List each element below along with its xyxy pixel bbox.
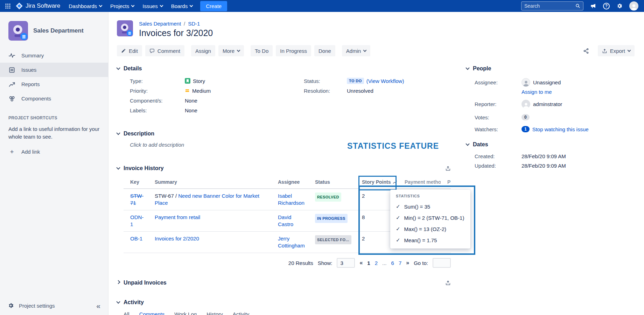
activity-tabs: All Comments Work Log History Activity — [124, 311, 451, 315]
export-panel-icon[interactable] — [445, 280, 451, 286]
reporter-avatar — [522, 100, 530, 108]
menu-issues[interactable]: Issues — [138, 0, 167, 12]
share-icon — [583, 48, 589, 54]
inprogress-transition-button[interactable]: In Progress — [276, 45, 311, 56]
edit-button[interactable]: Edit — [117, 45, 142, 56]
todo-transition-button[interactable]: To Do — [251, 45, 273, 56]
issue-key-link[interactable]: ODN-1 — [130, 214, 144, 227]
menu-boards[interactable]: Boards — [167, 0, 197, 12]
description-title: Description — [124, 131, 154, 137]
breadcrumb-issue-link[interactable]: SD-1 — [188, 21, 200, 27]
issue-key-link[interactable]: STW-71 — [130, 193, 144, 206]
view-workflow-link[interactable]: (View Workflow) — [366, 78, 404, 84]
status-lozenge: RESOLVED — [315, 192, 341, 202]
add-link-button[interactable]: + Add link — [8, 148, 100, 155]
goto-page-input[interactable] — [433, 258, 451, 268]
updated-label: Updated: — [466, 163, 522, 169]
column-header-summary: Summary — [148, 176, 271, 189]
column-header-status: Status — [308, 176, 355, 189]
chart-icon — [8, 81, 15, 88]
summary-link[interactable]: Invoices for 2/2020 — [155, 236, 199, 241]
create-button[interactable]: Create — [200, 1, 227, 11]
collapse-chevron-icon[interactable] — [116, 131, 120, 135]
search-box[interactable] — [521, 1, 583, 10]
tab-work-log[interactable]: Work Log — [174, 311, 197, 315]
assignee-link[interactable]: David Castro — [278, 214, 293, 227]
user-avatar[interactable] — [629, 1, 638, 10]
type-label: Type: — [130, 78, 185, 84]
share-button[interactable] — [581, 45, 591, 56]
collapse-chevron-icon[interactable] — [116, 66, 120, 70]
issue-toolbar: Edit Comment Assign More To Do In Progre… — [117, 45, 635, 56]
comment-bubble-icon — [149, 48, 155, 54]
reporter-label: Reporter: — [466, 101, 522, 107]
assignee-link[interactable]: Isabel Richardson — [278, 193, 304, 206]
tab-comments[interactable]: Comments — [139, 311, 165, 315]
page-6[interactable]: 6 — [391, 260, 394, 266]
sidebar-item-issues[interactable]: Issues — [0, 63, 108, 77]
page-2[interactable]: 2 — [375, 260, 378, 266]
issue-avatar — [117, 20, 133, 36]
gear-icon[interactable] — [616, 3, 623, 9]
people-title: People — [473, 65, 491, 72]
first-page-button[interactable]: « — [359, 260, 363, 266]
collapse-chevron-icon[interactable] — [465, 142, 469, 146]
comment-button[interactable]: Comment — [145, 45, 184, 56]
statistics-option-max[interactable]: ✓Max() = 13 (OZ-2) — [390, 223, 470, 234]
sidebar-item-label: Components — [21, 96, 51, 102]
watchers-badge[interactable]: 1 — [522, 126, 530, 132]
add-link-label: Add link — [21, 149, 40, 155]
tab-activity[interactable]: Activity — [233, 311, 250, 315]
admin-button[interactable]: Admin — [342, 45, 371, 56]
export-panel-icon[interactable] — [445, 166, 451, 171]
summary-prefix: STW-67 / — [155, 193, 178, 199]
menu-dashboards[interactable]: Dashboards — [64, 0, 106, 12]
breadcrumb-project-link[interactable]: Sales Department — [139, 21, 181, 27]
done-transition-button[interactable]: Done — [314, 45, 335, 56]
chevron-down-icon — [628, 48, 631, 52]
description-placeholder[interactable]: Click to add description — [130, 142, 451, 148]
show-count-input[interactable] — [337, 258, 355, 268]
assign-button[interactable]: Assign — [191, 45, 215, 56]
story-type-icon — [185, 78, 190, 84]
votes-badge[interactable]: 0 — [522, 114, 530, 120]
tab-history[interactable]: History — [206, 311, 223, 315]
collapse-chevron-icon[interactable] — [116, 300, 120, 303]
statistics-option-mean[interactable]: ✓Mean() = 1.75 — [390, 234, 470, 246]
feedback-megaphone-icon[interactable] — [590, 3, 596, 9]
sidebar-collapse-button[interactable]: « — [96, 302, 100, 309]
stop-watching-link[interactable]: Stop watching this issue — [532, 126, 589, 132]
assignee-link[interactable]: Jerry Cottingham — [278, 236, 305, 248]
collapse-chevron-icon[interactable] — [465, 66, 469, 70]
more-button[interactable]: More — [218, 45, 244, 56]
description-section: Description Click to add description — [117, 131, 451, 148]
summary-link[interactable]: Payment from retail — [155, 214, 200, 220]
collapse-chevron-icon[interactable] — [116, 166, 120, 169]
statistics-option-sum[interactable]: ✓Sum() = 35 — [390, 201, 470, 212]
sidebar-item-components[interactable]: Components — [0, 91, 108, 106]
last-page-button[interactable]: » — [406, 260, 409, 266]
statistics-option-min[interactable]: ✓Min() = 2 (STW-71, OB-1) — [390, 212, 470, 223]
project-shortcuts-description: Add a link to useful information for you… — [8, 125, 100, 141]
sidebar-item-summary[interactable]: Summary — [0, 48, 108, 63]
column-header-story-points[interactable]: Story Points — [355, 176, 398, 189]
project-shortcuts-title: PROJECT SHORTCUTS — [8, 115, 100, 120]
menu-projects[interactable]: Projects — [106, 0, 138, 12]
show-label: Show: — [318, 260, 332, 266]
help-icon[interactable]: ? — [603, 3, 610, 9]
app-switcher-icon[interactable] — [2, 0, 13, 12]
search-input[interactable] — [524, 3, 575, 9]
created-label: Created: — [466, 153, 522, 159]
tab-all[interactable]: All — [124, 311, 130, 315]
assign-to-me-link[interactable]: Assign to me — [522, 89, 552, 95]
page-1[interactable]: 1 — [367, 260, 370, 266]
export-icon — [602, 48, 607, 54]
settings-gear-icon — [8, 302, 14, 309]
expand-chevron-icon[interactable] — [116, 280, 120, 284]
sidebar-item-reports[interactable]: Reports — [0, 77, 108, 91]
export-button[interactable]: Export — [598, 45, 635, 56]
jira-logo[interactable]: Jira Software — [13, 2, 64, 10]
page-7[interactable]: 7 — [399, 260, 401, 266]
issue-key-link[interactable]: OB-1 — [130, 236, 142, 241]
project-settings-label[interactable]: Project settings — [19, 303, 55, 309]
